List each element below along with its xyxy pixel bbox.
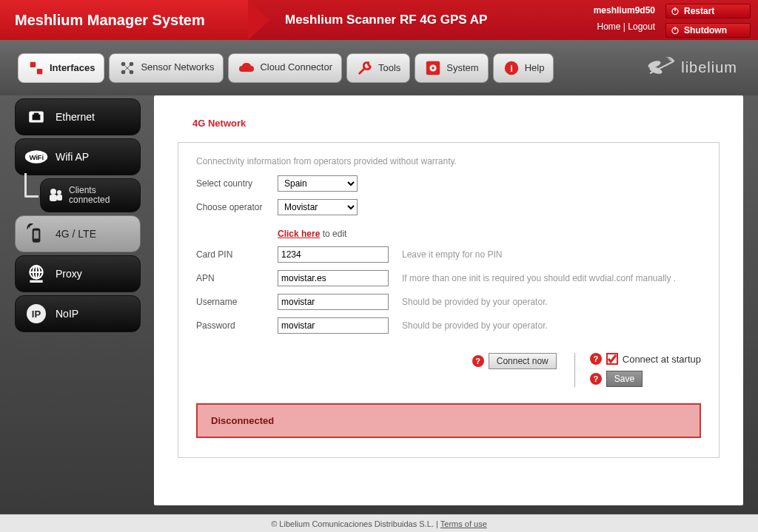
logout-link[interactable]: Logout xyxy=(628,21,655,32)
svg-point-26 xyxy=(50,189,56,195)
tab-system[interactable]: System xyxy=(415,53,488,83)
page-subtitle: Meshlium Scanner RF 4G GPS AP xyxy=(248,13,487,27)
input-card-pin[interactable] xyxy=(278,246,389,263)
app-title: Meshlium Manager System xyxy=(15,12,205,29)
label-select-country: Select country xyxy=(196,178,278,189)
power-icon xyxy=(671,26,680,35)
sidebar-item-ethernet[interactable]: Ethernet xyxy=(15,98,141,135)
status-bar: Disconnected xyxy=(196,403,701,438)
input-apn[interactable] xyxy=(278,270,389,286)
lte-icon xyxy=(24,222,48,246)
save-button[interactable]: Save xyxy=(606,371,643,387)
sidebar-item-wifi-ap[interactable]: WiFi Wifi AP xyxy=(15,138,141,175)
hint-password: Should be provided by your operator. xyxy=(402,320,548,331)
shutdown-button[interactable]: Shutdown xyxy=(665,23,751,38)
sidebar: Ethernet WiFi Wifi AP Clients connected … xyxy=(15,95,141,505)
hint-apn: If more than one init is required you sh… xyxy=(402,273,676,283)
tools-icon xyxy=(356,59,374,77)
label-username: Username xyxy=(196,297,278,307)
footer-copyright: © Libelium Comunicaciones Distribuidas S… xyxy=(271,519,438,528)
hostname: meshlium9d50 xyxy=(594,5,655,16)
tab-interfaces[interactable]: Interfaces xyxy=(18,53,104,83)
section-title: 4G Network xyxy=(192,118,720,129)
libelium-logo: libelium xyxy=(647,57,737,79)
label-apn: APN xyxy=(196,273,278,283)
main-tabs: Interfaces Sensor Networks Cloud Connect… xyxy=(0,40,758,95)
label-password: Password xyxy=(196,320,278,331)
checkbox-connect-startup[interactable] xyxy=(606,353,618,365)
tab-help[interactable]: i Help xyxy=(493,53,554,83)
wifi-icon: WiFi xyxy=(24,145,48,169)
restart-button[interactable]: Restart xyxy=(665,4,751,18)
form-panel: Connectivity information from operators … xyxy=(178,142,720,458)
sidebar-item-clients-connected[interactable]: Clients connected xyxy=(40,178,141,212)
tab-sensor-networks[interactable]: Sensor Networks xyxy=(109,53,224,83)
svg-rect-5 xyxy=(37,68,42,73)
sensor-icon xyxy=(118,59,136,77)
system-icon xyxy=(424,59,442,77)
tab-tools[interactable]: Tools xyxy=(346,53,410,83)
sidebar-item-4g-lte[interactable]: 4G / LTE xyxy=(15,215,141,252)
svg-text:IP: IP xyxy=(32,309,41,320)
hint-username: Should be provided by your operator. xyxy=(402,297,548,307)
select-country[interactable]: Spain xyxy=(278,175,358,192)
panel-info: Connectivity information from operators … xyxy=(196,156,701,166)
cloud-icon xyxy=(238,59,255,77)
proxy-icon xyxy=(24,262,48,286)
help-icon-save[interactable]: ? xyxy=(590,373,602,385)
svg-point-14 xyxy=(432,67,435,70)
dragonfly-icon xyxy=(647,57,677,79)
sidebar-item-noip[interactable]: IP NoIP xyxy=(15,295,141,332)
edit-hint: Click here to edit xyxy=(278,229,701,239)
interfaces-icon xyxy=(27,59,45,77)
help-icon: i xyxy=(503,59,520,77)
label-choose-operator: Choose operator xyxy=(196,202,278,212)
tab-cloud-connector[interactable]: Cloud Connector xyxy=(228,53,342,83)
power-icon xyxy=(671,7,680,16)
hint-card-pin: Leave it empty for no PIN xyxy=(402,249,502,260)
label-connect-startup: Connect at startup xyxy=(623,354,701,365)
svg-rect-4 xyxy=(30,61,36,67)
header-title-box: Meshlium Manager System xyxy=(0,0,248,40)
help-icon-connect[interactable]: ? xyxy=(472,355,484,367)
svg-rect-22 xyxy=(34,113,39,115)
input-password[interactable] xyxy=(278,317,389,334)
home-link[interactable]: Home xyxy=(597,21,620,32)
input-username[interactable] xyxy=(278,294,389,310)
header-links: meshlium9d50 Home | Logout xyxy=(594,4,655,32)
ethernet-icon xyxy=(24,105,48,129)
noip-icon: IP xyxy=(24,302,48,326)
svg-text:Wi: Wi xyxy=(29,153,38,161)
sidebar-item-proxy[interactable]: Proxy xyxy=(15,255,141,292)
svg-rect-36 xyxy=(30,280,42,283)
help-icon-startup[interactable]: ? xyxy=(590,353,602,365)
svg-rect-21 xyxy=(33,115,41,121)
content-panel: 4G Network Connectivity information from… xyxy=(154,95,743,505)
label-card-pin: Card PIN xyxy=(196,249,278,260)
connect-now-button[interactable]: Connect now xyxy=(489,353,557,369)
select-operator[interactable]: Movistar xyxy=(278,199,358,215)
svg-text:Fi: Fi xyxy=(38,153,44,161)
edit-link[interactable]: Click here xyxy=(278,229,320,239)
svg-point-28 xyxy=(57,190,61,195)
svg-rect-29 xyxy=(57,195,62,201)
svg-rect-31 xyxy=(34,231,38,239)
svg-rect-27 xyxy=(50,195,57,201)
footer: © Libelium Comunicaciones Distribuidas S… xyxy=(0,514,758,532)
terms-link[interactable]: Terms of use xyxy=(440,519,487,528)
clients-icon xyxy=(47,186,64,205)
svg-text:i: i xyxy=(510,62,513,73)
header: Meshlium Manager System Meshlium Scanner… xyxy=(0,0,758,40)
